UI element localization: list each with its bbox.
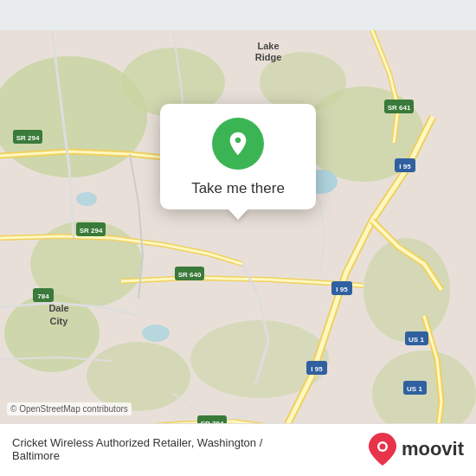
location-info: Cricket Wireless Authorized Retailer, Wa…: [12, 436, 262, 462]
svg-point-13: [76, 192, 97, 206]
svg-text:Ridge: Ridge: [255, 52, 282, 62]
svg-text:US 1: US 1: [407, 385, 422, 393]
moovit-text: moovit: [402, 438, 464, 460]
svg-point-41: [379, 444, 385, 450]
map-container: SR 294 SR 294 784 SR 640 SR 641 SR 784 I…: [0, 0, 476, 476]
svg-text:Lake: Lake: [257, 41, 279, 51]
svg-text:US 1: US 1: [408, 336, 424, 344]
svg-point-12: [142, 325, 170, 342]
moovit-logo-icon: [369, 433, 396, 466]
svg-text:SR 294: SR 294: [80, 227, 103, 235]
pin-icon-container: [212, 118, 264, 170]
svg-text:SR 640: SR 640: [178, 271, 202, 279]
moovit-logo: moovit: [369, 433, 464, 466]
location-name-line1: Cricket Wireless Authorized Retailer, Wa…: [12, 436, 262, 449]
svg-text:SR 294: SR 294: [16, 134, 40, 142]
svg-text:I 95: I 95: [399, 163, 411, 170]
copyright-text: © OpenStreetMap contributors: [7, 402, 132, 415]
svg-text:Dale: Dale: [48, 303, 68, 313]
bottom-bar: Cricket Wireless Authorized Retailer, Wa…: [0, 423, 476, 476]
take-me-there-button[interactable]: Take me there: [191, 180, 285, 197]
svg-text:784: 784: [37, 293, 49, 300]
location-name-line2: Baltimore: [12, 449, 262, 462]
svg-text:SR 641: SR 641: [388, 104, 411, 112]
svg-text:City: City: [50, 316, 69, 326]
svg-point-9: [87, 342, 190, 411]
location-pin-icon: [224, 130, 252, 158]
svg-text:I 95: I 95: [311, 365, 323, 373]
svg-text:I 95: I 95: [336, 286, 348, 293]
popup-card: Take me there: [160, 104, 316, 209]
